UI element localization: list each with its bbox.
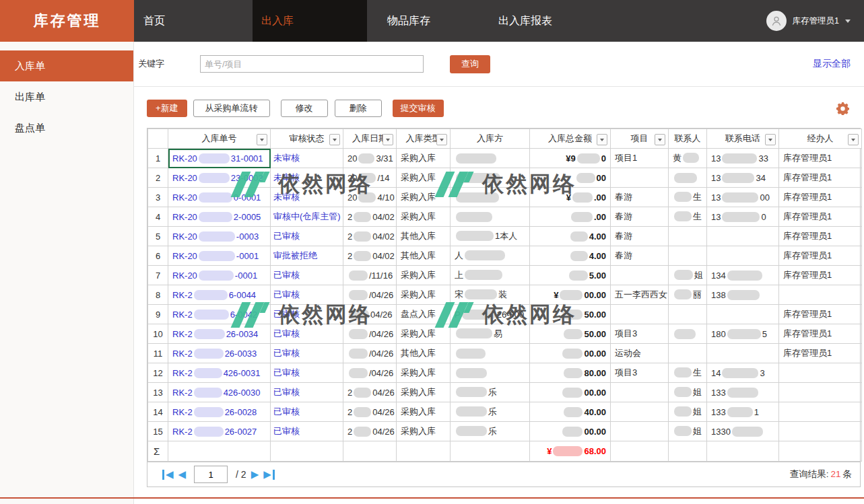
redaction-blob bbox=[727, 407, 753, 417]
table-row[interactable]: 14RK-226-0028已审核204/26采购入库乐40.00姐1331 bbox=[148, 402, 862, 422]
table-row[interactable]: 3RK-200-0001未审核204/10采购入库¥.00春游生1300库存管理… bbox=[148, 188, 862, 207]
edit-button[interactable]: 修改 bbox=[281, 100, 328, 117]
cell-text: 已审核 bbox=[273, 270, 300, 280]
cell-id[interactable]: RK-2023-0002 bbox=[168, 168, 271, 188]
nav-item-1[interactable]: 首页 bbox=[134, 0, 253, 42]
table-row[interactable]: 8RK-26-0044已审核/04/26采购入库宋装¥00.00五一李西西女丽1… bbox=[148, 285, 862, 305]
table-row[interactable]: 13RK-2426-0030已审核204/26采购入库乐00.00姐133 bbox=[148, 383, 862, 402]
cell-text: /11/16 bbox=[369, 271, 393, 281]
from-purchase-order-button[interactable]: 从采购单流转 bbox=[193, 100, 270, 117]
redaction-blob bbox=[562, 310, 583, 320]
cell-id[interactable]: RK-226-0033 bbox=[168, 344, 271, 363]
cell-id[interactable]: RK-2426-0031 bbox=[168, 363, 271, 383]
table-row[interactable]: 1RK-2031-0001未审核203/31采购入库¥90项目1黄1333库存管… bbox=[148, 149, 862, 168]
show-all-link[interactable]: 显示全部 bbox=[813, 58, 851, 70]
caret-icon bbox=[260, 139, 264, 141]
cell-id[interactable]: RK-226-0034 bbox=[168, 324, 271, 344]
cell-operator: 库存管理员1 bbox=[779, 305, 862, 324]
submit-review-button[interactable]: 提交审核 bbox=[393, 100, 444, 117]
cell-contact: 姐 bbox=[669, 402, 707, 422]
cell-phone: 1333 bbox=[707, 149, 779, 168]
cell-id[interactable]: RK-200-0001 bbox=[168, 188, 271, 207]
cell-id[interactable]: RK-20-0003 bbox=[168, 227, 271, 246]
redaction-blob bbox=[194, 310, 229, 320]
redaction-blob bbox=[358, 192, 376, 203]
summary-cell-date bbox=[343, 441, 397, 462]
cell-id[interactable]: RK-226-0027 bbox=[168, 422, 271, 441]
redaction-blob bbox=[456, 406, 487, 417]
cell-text: 采购入库 bbox=[401, 270, 436, 280]
summary-cell-phone bbox=[707, 441, 779, 462]
cell-operator: 库存管理员1 bbox=[779, 207, 862, 227]
cell-id[interactable]: RK-20-0001 bbox=[168, 246, 271, 266]
column-header-project: 项目 bbox=[611, 129, 669, 149]
table-row[interactable]: 15RK-226-0027已审核204/26采购入库乐00.00姐1330 bbox=[148, 422, 862, 441]
filter-dropdown-icon[interactable] bbox=[848, 134, 859, 145]
cell-id[interactable]: RK-2426-0030 bbox=[168, 383, 271, 402]
cell-supplier: 人 bbox=[451, 246, 530, 266]
cell-text: 20 bbox=[347, 192, 357, 203]
cell-supplier bbox=[451, 344, 530, 363]
sidebar-item-1[interactable]: 入库单 bbox=[0, 50, 133, 81]
first-page-icon[interactable]: ◀ bbox=[162, 470, 174, 480]
cell-text: 2 bbox=[347, 407, 352, 417]
table-row[interactable]: 11RK-226-0033已审核/04/26其他入库00.00运动会库存管理员1 bbox=[148, 344, 862, 363]
last-page-icon[interactable]: ▶ bbox=[263, 470, 275, 480]
new-button[interactable]: +新建 bbox=[147, 100, 187, 117]
next-page-icon[interactable]: ▶ bbox=[251, 470, 259, 480]
cell-num: 12 bbox=[148, 363, 168, 383]
table-row[interactable]: 12RK-2426-0031已审核/04/26采购入库80.00项目3生143 bbox=[148, 363, 862, 383]
cell-text: 4.00 bbox=[589, 231, 606, 242]
cell-supplier: P26-000 bbox=[451, 305, 530, 324]
filter-dropdown-icon[interactable] bbox=[329, 134, 340, 145]
cell-operator: 库存管理员1 bbox=[779, 266, 862, 285]
table-row[interactable]: 10RK-226-0034已审核/04/26采购入库易50.00项目31805库… bbox=[148, 324, 862, 344]
cell-num: 15 bbox=[148, 422, 168, 441]
cell-text: 未审核 bbox=[273, 192, 300, 202]
redaction-blob bbox=[722, 212, 760, 222]
cell-num: 14 bbox=[148, 402, 168, 422]
delete-button[interactable]: 删除 bbox=[335, 100, 382, 117]
page-number-input[interactable] bbox=[194, 466, 228, 483]
cell-id[interactable]: RK-26-0042 bbox=[168, 305, 271, 324]
cell-text: 采购入库 bbox=[401, 367, 436, 377]
cell-amount: 50.00 bbox=[530, 305, 611, 324]
redaction-blob bbox=[358, 173, 376, 183]
nav-item-4[interactable]: 出入库报表 bbox=[481, 0, 600, 42]
cell-num: 6 bbox=[148, 246, 168, 266]
filter-dropdown-icon[interactable] bbox=[597, 134, 607, 145]
table-row[interactable]: 9RK-26-0042已审核04/26盘点入库P26-00050.00库存管理员… bbox=[148, 305, 862, 324]
table-row[interactable]: 6RK-20-0001审批被拒绝204/02其他入库人4.00春游库存管理员1 bbox=[148, 246, 862, 266]
cell-id[interactable]: RK-226-0028 bbox=[168, 402, 271, 422]
nav-item-2[interactable]: 出入库 bbox=[253, 0, 367, 42]
nav-item-3[interactable]: 物品库存 bbox=[367, 0, 481, 42]
sidebar-item-2[interactable]: 出库单 bbox=[0, 81, 133, 112]
gear-icon[interactable] bbox=[836, 102, 849, 115]
user-menu[interactable]: 库存管理员1 bbox=[766, 0, 864, 42]
cell-text: 00.00 bbox=[584, 349, 606, 359]
keyword-input[interactable] bbox=[200, 55, 424, 73]
cell-text: 1330 bbox=[711, 427, 731, 437]
cell-text: ¥9 bbox=[566, 153, 575, 164]
cell-id[interactable]: RK-2031-0001 bbox=[168, 149, 271, 168]
table-row[interactable]: 4RK-202-0005审核中(仓库主管)204/02采购入库.00春游生130… bbox=[148, 207, 862, 227]
redaction-blob bbox=[553, 446, 583, 456]
table-row[interactable]: 2RK-2023-0002未审核20/14采购入库001334库存管理员1 bbox=[148, 168, 862, 188]
sidebar-item-3[interactable]: 盘点单 bbox=[0, 112, 133, 143]
redaction-blob bbox=[727, 388, 758, 398]
filter-dropdown-icon[interactable] bbox=[436, 134, 447, 145]
cell-id[interactable]: RK-26-0044 bbox=[168, 285, 271, 305]
filter-dropdown-icon[interactable] bbox=[655, 134, 665, 145]
cell-text: 库存管理员1 bbox=[783, 231, 832, 241]
cell-id[interactable]: RK-202-0005 bbox=[168, 207, 271, 227]
prev-page-icon[interactable]: ◀ bbox=[178, 470, 187, 480]
filter-dropdown-icon[interactable] bbox=[383, 134, 393, 145]
cell-id[interactable]: RK-20-0001 bbox=[168, 266, 271, 285]
table-row[interactable]: 7RK-20-0001已审核/11/16采购入库上5.00姐134库存管理员1 bbox=[148, 266, 862, 285]
filter-dropdown-icon[interactable] bbox=[765, 134, 776, 145]
redaction-blob bbox=[354, 231, 371, 242]
cell-text: 23-0002 bbox=[231, 173, 263, 183]
filter-dropdown-icon[interactable] bbox=[257, 134, 267, 145]
table-row[interactable]: 5RK-20-0003已审核204/02其他入库1本人4.00春游库存管理员1 bbox=[148, 227, 862, 246]
search-button[interactable]: 查询 bbox=[450, 55, 490, 73]
